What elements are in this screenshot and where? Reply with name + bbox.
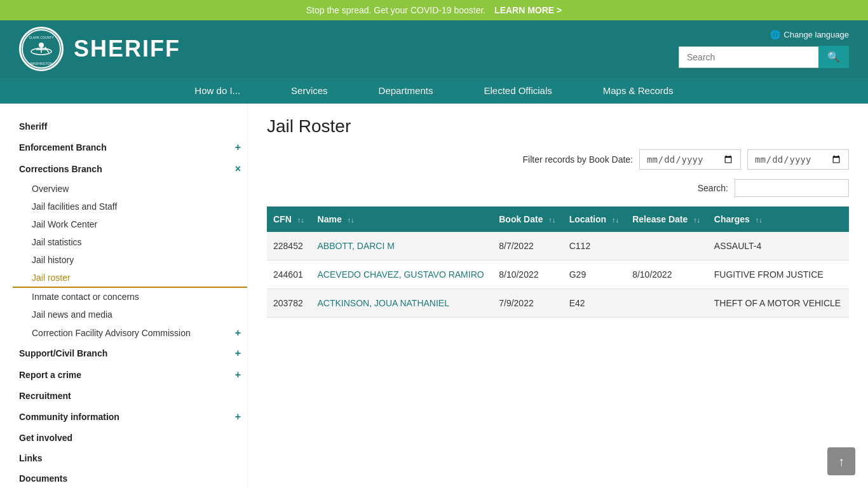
svg-text:WASHINGTON: WASHINGTON [31,62,53,65]
sidebar-item-jail-roster[interactable]: Jail roster [13,269,247,288]
sidebar-item-get-involved[interactable]: Get involved [13,428,247,448]
sidebar-label-documents: Documents [19,473,67,484]
sidebar-item-correction-facility[interactable]: Correction Facility Advisory Commission … [13,323,247,342]
nav-item-elected-officials[interactable]: Elected Officials [458,78,577,104]
inmate-link[interactable]: ACEVEDO CHAVEZ, GUSTAVO RAMIRO [318,269,484,280]
svg-point-4 [39,43,44,48]
sidebar-label-links: Links [19,453,43,463]
sidebar-item-overview[interactable]: Overview [13,180,247,198]
sidebar-item-corrections-branch[interactable]: Corrections Branch × [13,158,247,180]
col-charges[interactable]: Charges ↑↓ [708,207,849,232]
sidebar-label-correction-facility: Correction Facility Advisory Commission [32,328,191,338]
nav-item-how-do-i[interactable]: How do I... [169,78,266,104]
sidebar-item-jail-facilities[interactable]: Jail facilities and Staff [13,198,247,215]
sidebar-label-community: Community information [19,412,119,422]
roster-table: CFN ↑↓ Name ↑↓ Book Date ↑↓ Location ↑↓ [267,207,849,318]
header: CLARK COUNTY WASHINGTON SHERIFF 🌐 Change… [0,20,868,78]
nav-item-maps-records[interactable]: Maps & Records [578,78,699,104]
cell-release-date [626,232,708,261]
nav-bar: How do I... Services Departments Elected… [0,78,868,104]
sidebar-item-links[interactable]: Links [13,448,247,468]
sort-arrows-cfn: ↑↓ [297,216,304,224]
cell-cfn: 244601 [267,261,311,289]
sidebar: Sheriff Enforcement Branch + Corrections… [0,104,248,488]
change-language-label: Change language [783,30,849,39]
sidebar-label-overview: Overview [32,184,69,194]
header-search-input[interactable] [679,46,818,68]
sidebar-item-jail-news[interactable]: Jail news and media [13,306,247,323]
sort-arrows-name: ↑↓ [348,216,355,224]
sidebar-label-corrections-branch: Corrections Branch [19,164,102,174]
sidebar-label-inmate-contact: Inmate contact or concerns [32,292,139,302]
col-release-date[interactable]: Release Date ↑↓ [626,207,708,232]
sidebar-item-enforcement-branch[interactable]: Enforcement Branch + [13,137,247,158]
sidebar-label-report-crime: Report a crime [19,370,81,380]
table-row: 203782 ACTKINSON, JOUA NATHANIEL 7/9/202… [267,289,849,318]
sidebar-label-enforcement-branch: Enforcement Branch [19,142,107,152]
header-left: CLARK COUNTY WASHINGTON SHERIFF [19,27,180,71]
globe-icon: 🌐 [770,30,780,39]
sidebar-label-jail-facilities: Jail facilities and Staff [32,201,117,212]
cell-charges: ASSAULT-4 [708,232,849,261]
sidebar-item-documents[interactable]: Documents [13,468,247,488]
sidebar-label-recruitment: Recruitment [19,391,71,401]
county-logo: CLARK COUNTY WASHINGTON [19,27,64,71]
book-date-end-input[interactable] [747,149,849,170]
cell-release-date: 8/10/2022 [626,261,708,289]
table-body: 228452 ABBOTT, DARCI M 8/7/2022 C112 ASS… [267,232,849,318]
cell-location: C112 [563,232,626,261]
cell-release-date [626,289,708,318]
table-search-label: Search: [698,183,728,193]
sidebar-label-jail-statistics: Jail statistics [32,237,82,247]
sort-arrows-release-date: ↑↓ [693,216,700,224]
cell-cfn: 228452 [267,232,311,261]
scroll-top-button[interactable]: ↑ [827,447,855,475]
filter-label: Filter records by Book Date: [522,154,633,165]
covid-learn-more-link[interactable]: LEARN MORE > [494,5,562,15]
cell-location: G29 [563,261,626,289]
sidebar-label-get-involved: Get involved [19,433,72,443]
sheriff-title: SHERIFF [74,36,180,62]
sidebar-item-jail-work-center[interactable]: Jail Work Center [13,215,247,233]
page-title: Jail Roster [267,116,849,137]
sidebar-item-jail-history[interactable]: Jail history [13,251,247,269]
cell-name: ACTKINSON, JOUA NATHANIEL [311,289,493,318]
sidebar-label-jail-news: Jail news and media [32,309,112,320]
sidebar-item-sheriff[interactable]: Sheriff [13,116,247,137]
inmate-link[interactable]: ACTKINSON, JOUA NATHANIEL [318,298,449,308]
cell-cfn: 203782 [267,289,311,318]
sidebar-label-jail-history: Jail history [32,255,74,265]
plus-icon-support-civil: + [235,348,241,359]
sidebar-item-jail-statistics[interactable]: Jail statistics [13,233,247,251]
sidebar-item-support-civil[interactable]: Support/Civil Branch + [13,342,247,364]
book-date-start-input[interactable] [639,149,741,170]
col-book-date[interactable]: Book Date ↑↓ [492,207,562,232]
header-search-button[interactable]: 🔍 [818,46,849,68]
change-language-button[interactable]: 🌐 Change language [770,30,849,39]
cell-book-date: 7/9/2022 [492,289,562,318]
nav-item-services[interactable]: Services [266,78,353,104]
sidebar-label-jail-roster: Jail roster [32,273,71,283]
nav-item-departments[interactable]: Departments [353,78,459,104]
cell-name: ACEVEDO CHAVEZ, GUSTAVO RAMIRO [311,261,493,289]
sidebar-item-community[interactable]: Community information + [13,406,247,428]
plus-icon-community: + [235,411,241,423]
arrow-up-icon: ↑ [838,454,844,469]
search-icon: 🔍 [827,51,840,62]
cell-charges: THEFT OF A MOTOR VEHICLE [708,289,849,318]
col-cfn[interactable]: CFN ↑↓ [267,207,311,232]
content-wrapper: Sheriff Enforcement Branch + Corrections… [0,104,868,488]
plus-icon-enforcement: + [235,142,241,153]
sidebar-item-inmate-contact[interactable]: Inmate contact or concerns [13,288,247,306]
cell-location: E42 [563,289,626,318]
table-search-input[interactable] [735,179,849,197]
cell-book-date: 8/10/2022 [492,261,562,289]
col-name[interactable]: Name ↑↓ [311,207,493,232]
col-location[interactable]: Location ↑↓ [563,207,626,232]
table-row: 244601 ACEVEDO CHAVEZ, GUSTAVO RAMIRO 8/… [267,261,849,289]
sidebar-item-report-crime[interactable]: Report a crime + [13,364,247,386]
header-search-box: 🔍 [679,46,849,68]
inmate-link[interactable]: ABBOTT, DARCI M [318,241,395,251]
sidebar-item-recruitment[interactable]: Recruitment [13,386,247,406]
filter-row: Filter records by Book Date: [267,149,849,170]
